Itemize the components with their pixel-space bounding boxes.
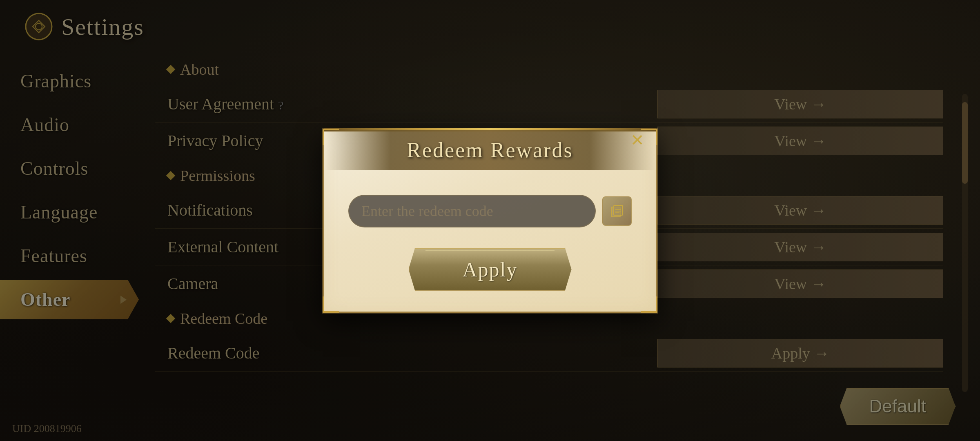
modal-close-button[interactable]: ✕ bbox=[625, 128, 650, 153]
input-container bbox=[348, 195, 632, 227]
modal-header-bg: Redeem Rewards bbox=[324, 130, 656, 170]
paste-button[interactable] bbox=[602, 196, 632, 226]
apply-button[interactable]: Apply bbox=[409, 248, 572, 291]
svg-rect-3 bbox=[614, 205, 623, 215]
corner-decoration-br bbox=[641, 296, 657, 313]
redeem-code-input[interactable] bbox=[348, 195, 596, 227]
redeem-rewards-modal: Redeem Rewards ✕ bbox=[323, 129, 657, 313]
modal-backdrop: Redeem Rewards ✕ bbox=[0, 0, 980, 441]
modal-frame: Redeem Rewards ✕ bbox=[323, 129, 657, 313]
modal-title: Redeem Rewards bbox=[332, 138, 648, 162]
modal-header: Redeem Rewards ✕ bbox=[348, 130, 632, 170]
corner-decoration-bl bbox=[323, 296, 339, 313]
apply-button-container: Apply bbox=[348, 248, 632, 291]
